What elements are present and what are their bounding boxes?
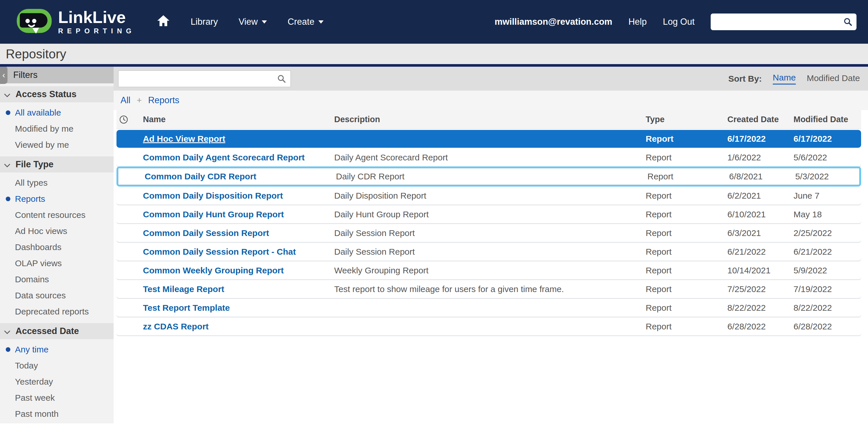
sidebar-item-any-time[interactable]: Any time [0,341,114,358]
table-row[interactable]: zz CDAS ReportReport6/28/20226/28/2022 [117,318,861,335]
table-row[interactable]: Common Daily Disposition ReportDaily Dis… [117,187,861,205]
sidebar-item-data-sources[interactable]: Data sources [0,288,114,303]
report-link-common-weekly-grouping-report[interactable]: Common Weekly Grouping Report [143,266,284,275]
sidebar-section-items: Any timeTodayYesterdayPast weekPast mont… [0,339,114,423]
row-name-cell: zz CDAS Report [143,322,334,331]
table-row[interactable]: Test Report TemplateReport8/22/20228/22/… [117,299,861,317]
sidebar-item-olap-views[interactable]: OLAP views [0,255,114,271]
column-header-type[interactable]: Type [646,115,727,124]
help-button[interactable]: Help [628,17,647,27]
column-header-name[interactable]: Name [143,115,334,124]
report-link-common-daily-cdr-report[interactable]: Common Daily CDR Report [145,172,256,181]
sort-option-name[interactable]: Name [773,73,796,85]
search-icon[interactable] [277,74,286,85]
sidebar-item-past-month[interactable]: Past month [0,406,114,422]
global-search-input[interactable] [711,13,857,30]
filters-title: Filters [13,70,37,80]
sidebar-item-reports[interactable]: Reports [0,191,114,207]
sidebar-item-yesterday[interactable]: Yesterday [0,374,114,390]
breadcrumb-all[interactable]: All [121,95,130,105]
sort-by-group: Sort By: Name Modified Date [728,73,860,85]
sort-option-modified-date[interactable]: Modified Date [807,73,860,84]
sidebar-item-all-types[interactable]: All types [0,175,114,191]
report-link-common-daily-session-report[interactable]: Common Daily Session Report [143,228,269,238]
report-link-common-daily-disposition-report[interactable]: Common Daily Disposition Report [143,191,283,200]
row-type: Report [647,172,729,182]
report-link-common-daily-hunt-group-report[interactable]: Common Daily Hunt Group Report [143,209,284,219]
nav-item-view[interactable]: View [239,17,267,27]
linklive-logo[interactable]: LinkLive REPORTING [16,8,135,35]
table-row[interactable]: Common Weekly Grouping ReportWeekly Grou… [117,262,861,280]
sidebar-item-label: Deprecated reports [15,307,89,317]
row-type: Report [646,228,727,238]
breadcrumb-reports[interactable]: Reports [148,95,180,105]
sidebar-item-domains[interactable]: Domains [0,271,114,288]
column-header-description[interactable]: Description [334,115,646,124]
row-name-cell: Common Daily Session Report - Chat [143,247,334,257]
table-row[interactable]: Common Daily Session Report - ChatDaily … [117,243,861,261]
table-row[interactable]: Common Daily Agent Scorecard ReportDaily… [117,149,861,166]
logout-button[interactable]: Log Out [663,17,694,27]
sidebar-item-viewed-by-me[interactable]: Viewed by me [0,137,114,153]
row-modified-date: May 18 [794,209,861,219]
column-header-modified-date[interactable]: Modified Date [794,115,861,124]
sidebar-section-header-file-type[interactable]: File Type [0,156,114,172]
row-created-date: 6/21/2022 [727,247,794,257]
row-type: Report [646,134,727,144]
sidebar-item-label: Data sources [15,291,66,300]
row-modified-date: 8/22/2022 [794,303,861,313]
main-content: Sort By: Name Modified Date All + Report… [114,67,868,423]
row-type: Report [646,322,727,331]
sidebar-collapse-button[interactable]: ‹ [0,67,7,84]
user-email: mwilliamson@revation.com [495,17,612,27]
caret-down-icon [262,21,267,24]
sidebar-item-deprecated-reports[interactable]: Deprecated reports [0,303,114,320]
top-navbar: LinkLive REPORTING Library View Create m… [0,0,868,44]
row-modified-date: 2/25/2022 [794,228,861,238]
nav-item-library[interactable]: Library [191,17,218,27]
nav-item-create[interactable]: Create [288,17,323,27]
row-type: Report [646,153,727,162]
report-link-test-report-template[interactable]: Test Report Template [143,303,230,313]
sidebar-item-label: Modified by me [15,124,73,134]
repository-search-input[interactable] [118,70,291,87]
row-modified-date: June 7 [794,191,861,201]
row-name-cell: Common Daily Session Report [143,228,334,238]
table-row[interactable]: Ad Hoc View ReportReport6/17/20226/17/20… [117,130,861,148]
row-description: Daily Disposition Report [334,191,646,201]
report-link-common-daily-session-report-chat[interactable]: Common Daily Session Report - Chat [143,247,296,256]
search-icon[interactable] [843,17,852,29]
report-link-test-mileage-report[interactable]: Test Mileage Report [143,284,224,294]
table-row[interactable]: Common Daily CDR ReportDaily CDR ReportR… [117,166,861,187]
sidebar-section-header-accessed-date[interactable]: Accessed Date [0,323,114,339]
table-header: Name Description Type Created Date Modif… [117,110,861,129]
row-created-date: 6/2/2021 [727,191,794,201]
sidebar-section-items: All typesReportsContent resourcesAd Hoc … [0,172,114,323]
sidebar-item-ad-hoc-views[interactable]: Ad Hoc views [0,223,114,239]
table-row[interactable]: Common Daily Hunt Group ReportDaily Hunt… [117,205,861,223]
sidebar-item-dashboards[interactable]: Dashboards [0,239,114,255]
sidebar-item-today[interactable]: Today [0,358,114,374]
selected-bullet-icon [6,110,10,115]
brand-tagline: REPORTING [58,27,135,35]
report-link-common-daily-agent-scorecard-report[interactable]: Common Daily Agent Scorecard Report [143,153,305,162]
sidebar-section-title: Access Status [16,89,76,99]
column-header-created-date[interactable]: Created Date [727,115,794,124]
sidebar-item-past-week[interactable]: Past week [0,390,114,406]
sidebar-item-modified-by-me[interactable]: Modified by me [0,121,114,137]
chevron-down-icon [4,326,10,336]
table-row[interactable]: Test Mileage ReportTest report to show m… [117,280,861,298]
report-link-zz-cdas-report[interactable]: zz CDAS Report [143,322,209,331]
brand-name: LinkLive [58,9,135,26]
table-row[interactable]: Common Daily Session ReportDaily Session… [117,224,861,242]
sidebar-item-all-available[interactable]: All available [0,105,114,121]
sidebar-section-header-access-status[interactable]: Access Status [0,86,114,102]
row-name-cell: Test Report Template [143,303,334,313]
report-link-ad-hoc-view-report[interactable]: Ad Hoc View Report [143,134,225,143]
chevron-left-icon: ‹ [2,70,5,80]
row-modified-date: 5/9/2022 [794,266,861,275]
sidebar-item-label: Past month [15,409,59,419]
row-type: Report [646,247,727,257]
home-button[interactable] [157,15,170,29]
sidebar-item-content-resources[interactable]: Content resources [0,207,114,223]
